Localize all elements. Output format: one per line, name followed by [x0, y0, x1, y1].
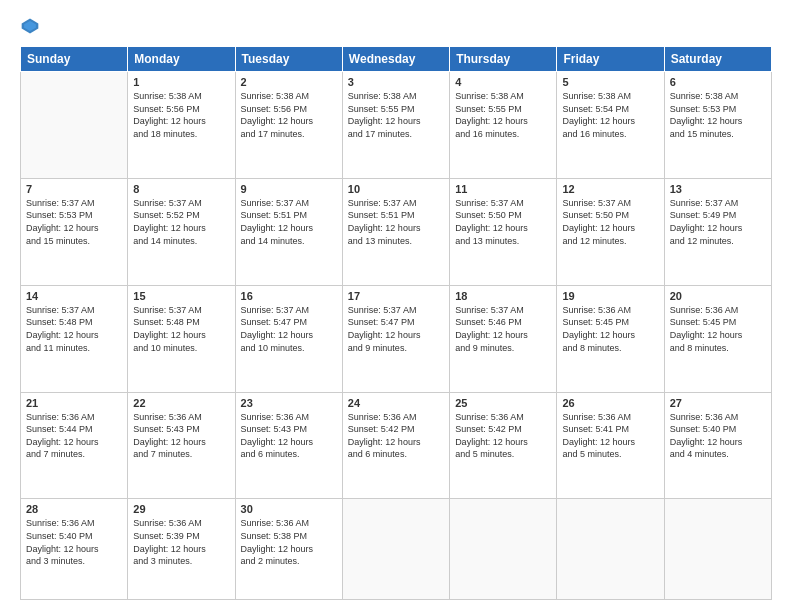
day-number: 22	[133, 397, 229, 409]
week-row: 21Sunrise: 5:36 AM Sunset: 5:44 PM Dayli…	[21, 392, 772, 499]
day-number: 2	[241, 76, 337, 88]
day-info: Sunrise: 5:37 AM Sunset: 5:49 PM Dayligh…	[670, 197, 766, 247]
calendar-cell: 4Sunrise: 5:38 AM Sunset: 5:55 PM Daylig…	[450, 72, 557, 179]
day-number: 27	[670, 397, 766, 409]
calendar-cell: 9Sunrise: 5:37 AM Sunset: 5:51 PM Daylig…	[235, 178, 342, 285]
day-info: Sunrise: 5:37 AM Sunset: 5:48 PM Dayligh…	[26, 304, 122, 354]
day-number: 23	[241, 397, 337, 409]
week-row: 1Sunrise: 5:38 AM Sunset: 5:56 PM Daylig…	[21, 72, 772, 179]
calendar-cell: 13Sunrise: 5:37 AM Sunset: 5:49 PM Dayli…	[664, 178, 771, 285]
calendar-cell: 20Sunrise: 5:36 AM Sunset: 5:45 PM Dayli…	[664, 285, 771, 392]
calendar-cell: 8Sunrise: 5:37 AM Sunset: 5:52 PM Daylig…	[128, 178, 235, 285]
calendar-cell: 27Sunrise: 5:36 AM Sunset: 5:40 PM Dayli…	[664, 392, 771, 499]
day-number: 11	[455, 183, 551, 195]
calendar-cell: 25Sunrise: 5:36 AM Sunset: 5:42 PM Dayli…	[450, 392, 557, 499]
day-info: Sunrise: 5:38 AM Sunset: 5:55 PM Dayligh…	[455, 90, 551, 140]
weekday-header: Friday	[557, 47, 664, 72]
day-number: 12	[562, 183, 658, 195]
calendar-cell: 3Sunrise: 5:38 AM Sunset: 5:55 PM Daylig…	[342, 72, 449, 179]
calendar-cell: 29Sunrise: 5:36 AM Sunset: 5:39 PM Dayli…	[128, 499, 235, 600]
logo	[20, 16, 44, 36]
day-number: 5	[562, 76, 658, 88]
day-info: Sunrise: 5:36 AM Sunset: 5:45 PM Dayligh…	[670, 304, 766, 354]
day-number: 17	[348, 290, 444, 302]
day-info: Sunrise: 5:37 AM Sunset: 5:53 PM Dayligh…	[26, 197, 122, 247]
calendar-cell	[342, 499, 449, 600]
day-info: Sunrise: 5:36 AM Sunset: 5:45 PM Dayligh…	[562, 304, 658, 354]
day-info: Sunrise: 5:37 AM Sunset: 5:47 PM Dayligh…	[241, 304, 337, 354]
week-row: 14Sunrise: 5:37 AM Sunset: 5:48 PM Dayli…	[21, 285, 772, 392]
calendar-cell: 14Sunrise: 5:37 AM Sunset: 5:48 PM Dayli…	[21, 285, 128, 392]
weekday-row: SundayMondayTuesdayWednesdayThursdayFrid…	[21, 47, 772, 72]
day-number: 29	[133, 503, 229, 515]
day-number: 26	[562, 397, 658, 409]
calendar-cell	[21, 72, 128, 179]
day-info: Sunrise: 5:36 AM Sunset: 5:44 PM Dayligh…	[26, 411, 122, 461]
day-info: Sunrise: 5:36 AM Sunset: 5:43 PM Dayligh…	[133, 411, 229, 461]
calendar-cell	[664, 499, 771, 600]
day-info: Sunrise: 5:36 AM Sunset: 5:41 PM Dayligh…	[562, 411, 658, 461]
day-info: Sunrise: 5:36 AM Sunset: 5:38 PM Dayligh…	[241, 517, 337, 567]
day-info: Sunrise: 5:38 AM Sunset: 5:56 PM Dayligh…	[133, 90, 229, 140]
day-info: Sunrise: 5:36 AM Sunset: 5:42 PM Dayligh…	[348, 411, 444, 461]
day-number: 16	[241, 290, 337, 302]
weekday-header: Tuesday	[235, 47, 342, 72]
weekday-header: Monday	[128, 47, 235, 72]
day-number: 6	[670, 76, 766, 88]
day-info: Sunrise: 5:36 AM Sunset: 5:42 PM Dayligh…	[455, 411, 551, 461]
day-number: 15	[133, 290, 229, 302]
calendar-cell: 12Sunrise: 5:37 AM Sunset: 5:50 PM Dayli…	[557, 178, 664, 285]
day-number: 13	[670, 183, 766, 195]
calendar-cell: 15Sunrise: 5:37 AM Sunset: 5:48 PM Dayli…	[128, 285, 235, 392]
day-number: 28	[26, 503, 122, 515]
day-info: Sunrise: 5:36 AM Sunset: 5:40 PM Dayligh…	[26, 517, 122, 567]
weekday-header: Thursday	[450, 47, 557, 72]
calendar-cell: 5Sunrise: 5:38 AM Sunset: 5:54 PM Daylig…	[557, 72, 664, 179]
calendar-cell: 26Sunrise: 5:36 AM Sunset: 5:41 PM Dayli…	[557, 392, 664, 499]
day-number: 3	[348, 76, 444, 88]
day-info: Sunrise: 5:37 AM Sunset: 5:50 PM Dayligh…	[562, 197, 658, 247]
day-number: 7	[26, 183, 122, 195]
calendar-cell: 24Sunrise: 5:36 AM Sunset: 5:42 PM Dayli…	[342, 392, 449, 499]
day-number: 25	[455, 397, 551, 409]
calendar-cell: 17Sunrise: 5:37 AM Sunset: 5:47 PM Dayli…	[342, 285, 449, 392]
day-info: Sunrise: 5:37 AM Sunset: 5:51 PM Dayligh…	[241, 197, 337, 247]
calendar-cell: 7Sunrise: 5:37 AM Sunset: 5:53 PM Daylig…	[21, 178, 128, 285]
day-info: Sunrise: 5:36 AM Sunset: 5:40 PM Dayligh…	[670, 411, 766, 461]
weekday-header: Wednesday	[342, 47, 449, 72]
page: SundayMondayTuesdayWednesdayThursdayFrid…	[0, 0, 792, 612]
day-number: 30	[241, 503, 337, 515]
day-number: 18	[455, 290, 551, 302]
day-info: Sunrise: 5:37 AM Sunset: 5:47 PM Dayligh…	[348, 304, 444, 354]
calendar-cell: 22Sunrise: 5:36 AM Sunset: 5:43 PM Dayli…	[128, 392, 235, 499]
day-info: Sunrise: 5:37 AM Sunset: 5:50 PM Dayligh…	[455, 197, 551, 247]
calendar-cell: 23Sunrise: 5:36 AM Sunset: 5:43 PM Dayli…	[235, 392, 342, 499]
calendar-cell: 30Sunrise: 5:36 AM Sunset: 5:38 PM Dayli…	[235, 499, 342, 600]
day-number: 9	[241, 183, 337, 195]
day-number: 10	[348, 183, 444, 195]
calendar-cell: 6Sunrise: 5:38 AM Sunset: 5:53 PM Daylig…	[664, 72, 771, 179]
week-row: 7Sunrise: 5:37 AM Sunset: 5:53 PM Daylig…	[21, 178, 772, 285]
day-number: 4	[455, 76, 551, 88]
calendar-cell: 11Sunrise: 5:37 AM Sunset: 5:50 PM Dayli…	[450, 178, 557, 285]
calendar-header: SundayMondayTuesdayWednesdayThursdayFrid…	[21, 47, 772, 72]
calendar-body: 1Sunrise: 5:38 AM Sunset: 5:56 PM Daylig…	[21, 72, 772, 600]
day-info: Sunrise: 5:38 AM Sunset: 5:54 PM Dayligh…	[562, 90, 658, 140]
calendar-cell: 16Sunrise: 5:37 AM Sunset: 5:47 PM Dayli…	[235, 285, 342, 392]
day-number: 1	[133, 76, 229, 88]
day-info: Sunrise: 5:37 AM Sunset: 5:48 PM Dayligh…	[133, 304, 229, 354]
day-info: Sunrise: 5:38 AM Sunset: 5:53 PM Dayligh…	[670, 90, 766, 140]
calendar-cell: 2Sunrise: 5:38 AM Sunset: 5:56 PM Daylig…	[235, 72, 342, 179]
calendar-cell: 21Sunrise: 5:36 AM Sunset: 5:44 PM Dayli…	[21, 392, 128, 499]
day-info: Sunrise: 5:38 AM Sunset: 5:55 PM Dayligh…	[348, 90, 444, 140]
day-info: Sunrise: 5:36 AM Sunset: 5:39 PM Dayligh…	[133, 517, 229, 567]
day-info: Sunrise: 5:37 AM Sunset: 5:52 PM Dayligh…	[133, 197, 229, 247]
day-number: 20	[670, 290, 766, 302]
calendar-cell: 18Sunrise: 5:37 AM Sunset: 5:46 PM Dayli…	[450, 285, 557, 392]
week-row: 28Sunrise: 5:36 AM Sunset: 5:40 PM Dayli…	[21, 499, 772, 600]
day-info: Sunrise: 5:37 AM Sunset: 5:46 PM Dayligh…	[455, 304, 551, 354]
day-number: 19	[562, 290, 658, 302]
day-info: Sunrise: 5:37 AM Sunset: 5:51 PM Dayligh…	[348, 197, 444, 247]
calendar-cell: 1Sunrise: 5:38 AM Sunset: 5:56 PM Daylig…	[128, 72, 235, 179]
calendar-cell: 10Sunrise: 5:37 AM Sunset: 5:51 PM Dayli…	[342, 178, 449, 285]
